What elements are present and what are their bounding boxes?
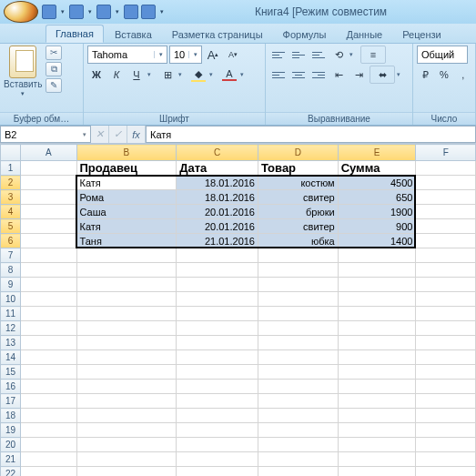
cell-C14[interactable] [177,350,258,365]
tab-insert[interactable]: Вставка [106,26,161,43]
cell-D9[interactable] [258,278,339,292]
cell-B3[interactable]: Рома [76,190,177,205]
cell-B20[interactable] [76,438,177,452]
cell-B14[interactable] [76,350,177,365]
cell-D4[interactable]: брюки [258,205,339,219]
cell-D18[interactable] [258,409,339,423]
cut-icon[interactable]: ✂ [46,46,62,60]
cell-B22[interactable] [76,467,177,477]
bold-button[interactable]: Ж [87,66,106,84]
cell-E12[interactable] [338,321,416,336]
cell-D6[interactable]: юбка [258,234,339,248]
cell-B6[interactable]: Таня [76,234,177,248]
tab-home[interactable]: Главная [46,25,104,43]
row-header-18[interactable]: 18 [1,409,21,423]
align-bottom-button[interactable] [309,46,328,64]
cell-F8[interactable] [416,263,476,278]
number-format-combo[interactable]: Общий [417,46,468,64]
cell-C13[interactable] [177,336,258,350]
paste-icon[interactable] [9,46,36,78]
cell-D17[interactable] [258,394,339,409]
cell-F14[interactable] [416,350,476,365]
cell-D13[interactable] [258,336,339,350]
cell-B10[interactable] [76,292,177,307]
col-header-F[interactable]: F [416,145,476,161]
cell-A19[interactable] [20,423,76,438]
cell-A11[interactable] [20,307,76,321]
cell-D14[interactable] [258,350,339,365]
fill-split-icon[interactable]: ▾ [209,71,218,78]
cell-F4[interactable] [416,205,476,219]
col-header-B[interactable]: B [76,145,177,161]
cell-A3[interactable] [20,190,76,205]
cell-E17[interactable] [338,394,416,409]
cell-A6[interactable] [20,234,76,248]
cell-E15[interactable] [338,365,416,380]
row-header-11[interactable]: 11 [1,307,21,321]
cell-E6[interactable]: 1400 [338,234,416,248]
cell-B21[interactable] [76,452,177,467]
cell-B9[interactable] [76,278,177,292]
underline-split-icon[interactable]: ▾ [147,71,157,78]
cell-A2[interactable] [20,176,76,190]
cell-E9[interactable] [338,278,416,292]
chevron-down-icon[interactable]: ▾ [83,131,86,138]
italic-button[interactable]: К [107,66,126,84]
shrink-font-button[interactable]: A▾ [224,46,242,64]
cell-E3[interactable]: 650 [338,190,416,205]
cell-F9[interactable] [416,278,476,292]
cell-A1[interactable] [20,161,76,176]
cell-B12[interactable] [76,321,177,336]
cell-E7[interactable] [338,248,416,263]
cell-F10[interactable] [416,292,476,307]
cell-C9[interactable] [177,278,258,292]
orientation-split-icon[interactable]: ▾ [349,51,359,58]
name-box[interactable]: B2▾ [0,126,91,143]
redo-split-icon[interactable]: ▾ [114,5,121,19]
cell-F7[interactable] [416,248,476,263]
row-header-4[interactable]: 4 [1,205,21,219]
color-split-icon[interactable]: ▾ [240,71,249,78]
cell-C12[interactable] [177,321,258,336]
row-header-5[interactable]: 5 [1,219,21,234]
cell-C1[interactable]: Дата [177,161,258,176]
tab-data[interactable]: Данные [337,26,391,43]
cell-E21[interactable] [338,452,416,467]
font-name-combo[interactable]: Tahoma▾ [87,46,167,64]
cell-D20[interactable] [258,438,339,452]
col-header-D[interactable]: D [258,145,339,161]
print-preview-icon[interactable] [141,5,156,19]
border-split-icon[interactable]: ▾ [178,71,187,78]
tab-page-layout[interactable]: Разметка страницы [163,26,272,43]
undo-split-icon[interactable]: ▾ [86,5,94,19]
cell-E22[interactable] [338,467,416,477]
cell-C18[interactable] [177,409,258,423]
cell-A18[interactable] [20,409,76,423]
cell-D12[interactable] [258,321,339,336]
cell-B15[interactable] [76,365,177,380]
chevron-down-icon[interactable]: ▾ [154,51,165,58]
format-painter-icon[interactable]: ✎ [46,78,62,93]
cell-F2[interactable] [416,176,476,190]
cell-F17[interactable] [416,394,476,409]
cell-B19[interactable] [76,423,177,438]
cell-D5[interactable]: свитер [258,219,339,234]
cell-F6[interactable] [416,234,476,248]
row-header-14[interactable]: 14 [1,350,21,365]
decrease-indent-button[interactable]: ⇤ [329,66,348,84]
cell-C19[interactable] [177,423,258,438]
cell-C4[interactable]: 20.01.2016 [177,205,258,219]
save-icon[interactable] [42,5,56,19]
increase-indent-button[interactable]: ⇥ [349,66,368,84]
col-header-C[interactable]: C [177,145,258,161]
select-all-corner[interactable] [1,145,21,161]
cell-F11[interactable] [416,307,476,321]
cell-B7[interactable] [76,248,177,263]
cell-E10[interactable] [338,292,416,307]
paste-split-icon[interactable]: ▾ [21,90,25,97]
cell-B1[interactable]: Продавец [76,161,177,176]
row-header-17[interactable]: 17 [1,394,21,409]
redo-icon[interactable] [96,5,111,19]
cell-E18[interactable] [338,409,416,423]
cell-C20[interactable] [177,438,258,452]
